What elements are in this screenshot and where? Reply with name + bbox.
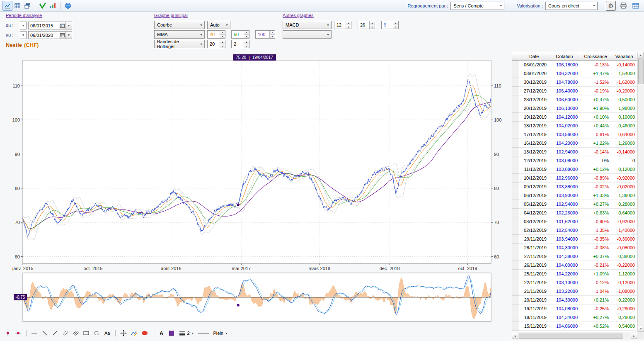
data-table-view-button[interactable] (12, 1, 22, 11)
valuation-select[interactable]: Cours en direct▼ (545, 2, 598, 10)
table-row[interactable]: 09/12/2019 103,88000 -0,02% -0,02000 (512, 183, 644, 191)
row-selector[interactable] (512, 261, 519, 270)
macd-signal-spinner[interactable]: 9 ▲▼ (381, 21, 399, 29)
column-header-cotation[interactable]: Cotation (549, 52, 580, 61)
row-selector[interactable] (512, 313, 519, 322)
row-selector[interactable] (512, 244, 519, 252)
spin-up-icon[interactable]: ▲ (270, 31, 275, 34)
table-row[interactable]: 05/12/2019 102,54000 +0,27% 0,28000 (512, 200, 644, 209)
spin-up-icon[interactable]: ▲ (370, 21, 375, 25)
indicator-select[interactable]: MACD▼ (283, 21, 332, 29)
table-row[interactable]: 13/12/2019 102,94000 -0,14% -0,14000 (512, 148, 644, 156)
print-button[interactable] (618, 1, 628, 11)
table-row[interactable]: 10/12/2019 102,96000 -0,89% -0,92000 (512, 174, 644, 183)
cascade-windows-button[interactable] (22, 1, 32, 11)
spin-down-icon[interactable]: ▼ (370, 25, 375, 29)
table-row[interactable]: 22/11/2019 103,10000 -0,12% -0,12000 (512, 278, 644, 287)
from-date-dropdown[interactable]: ▼ (65, 22, 72, 29)
column-header-croissance[interactable]: Croissance (580, 52, 611, 61)
channel-tool[interactable] (71, 329, 80, 338)
line-chart-view-button[interactable] (2, 1, 12, 11)
row-selector[interactable] (512, 183, 519, 191)
scroll-right-icon[interactable]: ► (631, 333, 637, 339)
line-style-button[interactable] (197, 329, 210, 338)
table-row[interactable]: 17/12/2019 103,56000 -0,61% -0,64000 (512, 130, 644, 139)
spin-up-icon[interactable]: ▲ (244, 31, 249, 34)
spin-down-icon[interactable]: ▼ (393, 25, 398, 29)
table-row[interactable]: 18/12/2019 104,02000 +0,44% 0,46000 (512, 122, 644, 130)
table-row[interactable]: 03/01/2020 106,32000 +1,47% 1,54000 (512, 69, 644, 78)
table-row[interactable]: 29/11/2019 103,94000 -0,35% -0,36000 (512, 235, 644, 244)
table-row[interactable]: 27/11/2019 104,38000 +0,37% 0,38000 (512, 252, 644, 261)
row-selector[interactable] (512, 165, 519, 174)
table-row[interactable]: 21/11/2019 103,22000 -1,04% -1,08000 (512, 287, 644, 296)
table-row[interactable]: 04/12/2019 102,26000 +0,63% 0,64000 (512, 209, 644, 217)
fill-style-dropdown[interactable]: Plein ▼ (211, 329, 229, 338)
row-selector[interactable] (512, 95, 519, 104)
scroll-down-icon[interactable]: ▼ (638, 326, 644, 332)
spin-down-icon[interactable]: ▼ (346, 25, 351, 29)
table-row[interactable]: 23/12/2019 106,60000 +0,47% 0,50000 (512, 95, 644, 104)
mma-period-1-spinner[interactable]: 20 ▲▼ (207, 30, 225, 39)
row-selector[interactable] (512, 200, 519, 209)
row-selector[interactable] (512, 226, 519, 235)
row-selector[interactable] (512, 278, 519, 287)
scale-select[interactable]: Auto▼ (207, 21, 230, 29)
row-selector[interactable] (512, 270, 519, 278)
trendline-tool[interactable] (51, 329, 60, 338)
row-selector[interactable] (512, 287, 519, 296)
row-selector[interactable] (512, 87, 519, 95)
vertical-scrollbar[interactable]: ▲ ▼ (637, 52, 644, 332)
table-row[interactable]: 18/11/2019 104,34000 +0,27% 0,28000 (512, 313, 644, 322)
scroll-up-icon[interactable]: ▲ (638, 52, 644, 58)
highlight-tool[interactable] (140, 329, 150, 338)
horizontal-scrollbar[interactable]: ◄ ► (512, 332, 637, 339)
table-row[interactable]: 16/12/2019 104,20000 +1,22% 1,26000 (512, 139, 644, 148)
point-marker-tool[interactable] (3, 329, 12, 338)
table-row[interactable]: 20/11/2019 104,30000 +0,21% 0,22000 (512, 296, 644, 304)
spin-down-icon[interactable]: ▼ (244, 34, 249, 39)
to-date-field[interactable]: 06/01/2020 ▼ (28, 31, 72, 39)
table-row[interactable]: 02/12/2019 102,54000 -1,35% -1,40000 (512, 226, 644, 235)
table-row[interactable]: 27/12/2019 106,40000 -0,19% -0,20000 (512, 87, 644, 95)
table-row[interactable]: 11/12/2019 103,08000 +0,12% 0,12000 (512, 165, 644, 174)
table-row[interactable]: 20/12/2019 106,10000 +1,90% 1,98000 (512, 104, 644, 113)
row-selector[interactable] (512, 174, 519, 183)
table-row[interactable]: 06/01/2020 106,18000 -0,13% -0,14000 (512, 61, 644, 69)
mma-period-3-spinner[interactable]: 100 ▲▼ (255, 30, 275, 39)
table-row[interactable]: 25/11/2019 104,22000 +1,09% 1,12000 (512, 270, 644, 278)
line-thickness-dropdown[interactable]: 2 ▼ (177, 329, 195, 338)
table-row[interactable]: 15/11/2019 104,06000 +0,52% 0,54000 (512, 322, 644, 331)
to-preset-dropdown[interactable]: ▼ (20, 31, 27, 39)
table-row[interactable]: 03/12/2019 101,62000 -0,90% -0,92000 (512, 217, 644, 226)
spin-up-icon[interactable]: ▲ (220, 40, 225, 44)
grouping-select[interactable]: Sens / Compte▼ (450, 2, 504, 10)
row-selector[interactable] (512, 235, 519, 244)
spin-down-icon[interactable]: ▼ (220, 44, 225, 48)
price-chart[interactable]: 6060707080809090100100110110janv.-2015oc… (0, 53, 508, 270)
edit-indicator-tool[interactable] (129, 329, 138, 338)
scroll-left-icon[interactable]: ◄ (512, 333, 518, 339)
bollinger-period-spinner[interactable]: 20 ▲▼ (207, 40, 225, 48)
spin-up-icon[interactable]: ▲ (220, 31, 225, 34)
chart-indicators-button[interactable] (48, 1, 58, 11)
chart-type-select[interactable]: Courbe▼ (154, 21, 205, 29)
move-tool[interactable] (119, 329, 128, 338)
segment-tool[interactable] (40, 329, 49, 338)
calendar-button[interactable] (59, 32, 65, 39)
macd-slow-spinner[interactable]: 26 ▲▼ (358, 21, 375, 29)
row-selector[interactable] (512, 61, 519, 69)
second-indicator-select[interactable]: ▼ (283, 30, 332, 39)
table-row[interactable]: 06/12/2019 103,90000 +1,33% 1,36000 (512, 191, 644, 200)
point-line-tool[interactable] (14, 329, 23, 338)
settings-button[interactable]: ⚙ (606, 1, 616, 11)
calendar-button[interactable] (59, 22, 65, 29)
row-selector[interactable] (512, 104, 519, 113)
row-selector[interactable] (512, 156, 519, 165)
table-row[interactable]: 26/11/2019 104,00000 -0,21% -0,22000 (512, 261, 644, 270)
spin-down-icon[interactable]: ▼ (220, 34, 225, 39)
text-color-button[interactable]: A (157, 329, 166, 338)
validate-button[interactable] (38, 1, 48, 11)
bollinger-deviation-spinner[interactable]: 2 ▲▼ (231, 40, 249, 48)
row-selector[interactable] (512, 78, 519, 87)
